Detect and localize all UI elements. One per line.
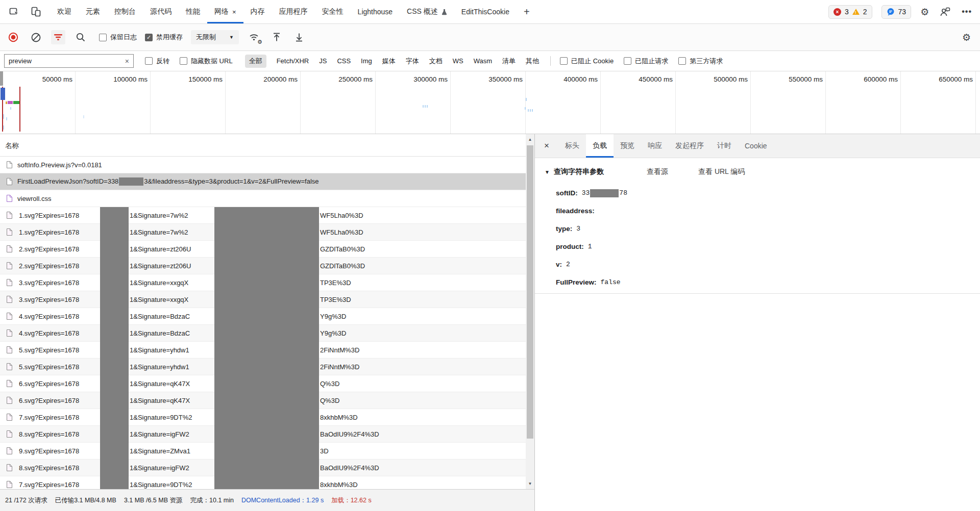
checkbox[interactable]: [560, 57, 568, 65]
filter-type-WS[interactable]: WS: [453, 57, 463, 65]
tab-label: 安全性: [322, 7, 344, 16]
tab-Lighthouse[interactable]: Lighthouse: [351, 0, 400, 23]
collapse-caret-icon[interactable]: ▼: [545, 169, 550, 175]
filter-type-字体[interactable]: 字体: [406, 57, 419, 66]
filter-toggle-第三方请求[interactable]: 第三方请求: [678, 57, 723, 66]
param-row: v:2: [535, 256, 980, 273]
tab-网络[interactable]: 网络×: [207, 0, 243, 23]
view-source-button[interactable]: 查看源: [647, 167, 668, 176]
tab-label: 内存: [251, 7, 265, 16]
filter-type-其他[interactable]: 其他: [526, 57, 539, 66]
tab-安全性[interactable]: 安全性: [315, 0, 351, 23]
invert-toggle[interactable]: 反转: [145, 57, 169, 66]
request-name: 1&Signature=qK47X: [130, 380, 190, 388]
close-detail-icon[interactable]: ×: [535, 134, 558, 158]
network-overview-timeline[interactable]: 50000 ms100000 ms150000 ms200000 ms25000…: [0, 71, 980, 134]
tab-控制台[interactable]: 控制台: [107, 0, 143, 23]
request-name: BaOdIU9%2F4%3D: [320, 430, 379, 438]
param-row: softID:3378: [535, 184, 980, 202]
search-icon[interactable]: [74, 30, 88, 44]
scroll-up-icon[interactable]: ▲: [526, 135, 534, 144]
timeline-gridline: [450, 71, 451, 134]
record-button[interactable]: [6, 30, 20, 44]
invert-label: 反转: [156, 57, 169, 66]
filter-toggle-已阻止请求[interactable]: 已阻止请求: [624, 57, 668, 66]
detail-tab-负载[interactable]: 负载: [586, 134, 614, 158]
filter-type-CSS[interactable]: CSS: [337, 57, 351, 65]
request-name: 7.svg?Expires=1678: [19, 414, 79, 421]
scroll-down-icon[interactable]: ▼: [526, 479, 534, 488]
request-row[interactable]: FirstLoadPreviewJson?softID=3383&fileadd…: [0, 173, 526, 190]
tab-内存[interactable]: 内存: [243, 0, 272, 23]
requests-scrollbar[interactable]: ▲ ▼: [526, 134, 534, 489]
tab-应用程序[interactable]: 应用程序: [272, 0, 315, 23]
hide-data-url-checkbox[interactable]: [180, 57, 187, 65]
disable-cache-checkbox[interactable]: [145, 34, 153, 41]
request-name: TP3E%3D: [320, 296, 351, 303]
checkbox[interactable]: [678, 57, 686, 65]
filter-type-清单[interactable]: 清单: [502, 57, 516, 66]
export-har-icon[interactable]: [292, 30, 306, 44]
tab-label: CSS 概述: [407, 7, 438, 16]
preserve-log-checkbox[interactable]: [99, 34, 107, 41]
filter-input[interactable]: [9, 57, 125, 65]
filter-type-媒体[interactable]: 媒体: [382, 57, 396, 66]
messages-badge[interactable]: 73: [881, 5, 912, 19]
filter-type-Wasm[interactable]: Wasm: [474, 57, 492, 65]
filter-type-Fetch/XHR[interactable]: Fetch/XHR: [277, 57, 309, 65]
invert-checkbox[interactable]: [145, 57, 153, 65]
param-row: type:3: [535, 220, 980, 238]
filter-type-文档[interactable]: 文档: [429, 57, 443, 66]
clear-filter-icon[interactable]: ×: [125, 57, 129, 65]
filter-toggle-已阻止 Cookie[interactable]: 已阻止 Cookie: [560, 57, 614, 66]
checkbox[interactable]: [624, 57, 631, 65]
tab-CSS 概述[interactable]: CSS 概述: [400, 0, 454, 23]
request-name: 2FiNntM%3D: [320, 346, 359, 354]
throttling-select[interactable]: 无限制 ▼: [191, 30, 239, 44]
timeline-gridline: [150, 71, 151, 134]
tab-源代码[interactable]: 源代码: [143, 0, 179, 23]
file-icon: [6, 430, 13, 438]
request-name: 1&Signature=BdzaC: [130, 313, 190, 320]
close-tab-icon[interactable]: ×: [232, 8, 236, 16]
filter-type-全部[interactable]: 全部: [245, 55, 266, 68]
filter-type-JS[interactable]: JS: [319, 57, 327, 65]
network-settings-gear-icon[interactable]: ⚙: [962, 33, 971, 42]
detail-tab-发起程序[interactable]: 发起程序: [669, 134, 710, 158]
inspect-element-icon[interactable]: [7, 5, 21, 19]
preserve-log-toggle[interactable]: 保留日志: [99, 33, 137, 42]
disable-cache-toggle[interactable]: 禁用缓存: [145, 33, 183, 42]
timeline-gridline: [525, 71, 526, 134]
waterfall-mark: [6, 117, 7, 120]
name-column-header[interactable]: 名称: [0, 134, 526, 157]
detail-tab-计时[interactable]: 计时: [710, 134, 738, 158]
device-toolbar-icon[interactable]: [29, 5, 43, 19]
view-url-encoded-button[interactable]: 查看 URL 编码: [698, 167, 745, 176]
request-row[interactable]: softInfo.Preview.js?v=0.0181: [0, 157, 526, 173]
hide-data-url-toggle[interactable]: 隐藏数据 URL: [180, 57, 233, 66]
scrollbar-thumb[interactable]: [527, 145, 533, 439]
detail-tab-预览[interactable]: 预览: [614, 134, 641, 158]
tab-欢迎[interactable]: 欢迎: [50, 0, 79, 23]
tab-元素[interactable]: 元素: [79, 0, 107, 23]
tab-性能[interactable]: 性能: [179, 0, 207, 23]
network-conditions-icon[interactable]: ⚙: [247, 30, 261, 44]
file-icon: [6, 262, 13, 270]
issues-badge[interactable]: × 3 2: [828, 5, 872, 19]
filter-type-Img[interactable]: Img: [361, 57, 372, 65]
import-har-icon[interactable]: [270, 30, 284, 44]
detail-tab-响应[interactable]: 响应: [641, 134, 669, 158]
add-tab-button[interactable]: +: [517, 6, 537, 18]
feedback-icon[interactable]: [938, 5, 952, 19]
detail-tab-标头[interactable]: 标头: [558, 134, 586, 158]
filter-toggle-button[interactable]: [51, 30, 65, 44]
tab-EditThisCookie[interactable]: EditThisCookie: [454, 0, 517, 23]
param-row: fileaddress:: [535, 202, 980, 220]
settings-gear-icon[interactable]: ⚙: [920, 7, 929, 17]
request-row[interactable]: viewroll.css: [0, 190, 526, 207]
request-name: 2.svg?Expires=1678: [19, 245, 79, 253]
request-name: 1&Signature=ZMva1: [130, 447, 190, 455]
detail-tab-Cookie[interactable]: Cookie: [738, 134, 774, 158]
clear-button[interactable]: [29, 30, 43, 44]
more-menu-icon[interactable]: •••: [962, 7, 972, 16]
